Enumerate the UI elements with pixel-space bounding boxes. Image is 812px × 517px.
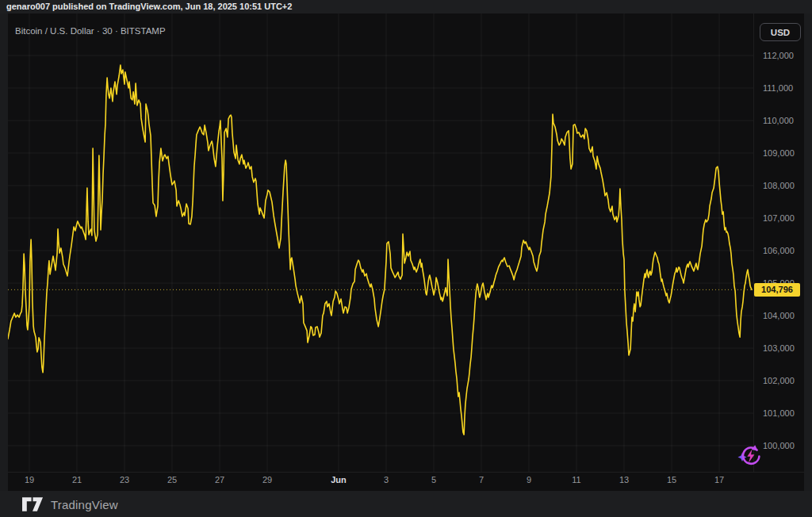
price-tick-label: 106,000: [763, 246, 795, 255]
time-tick-label: 3: [384, 475, 389, 484]
price-tick-label: 107,000: [763, 213, 795, 223]
published-chart-page: genaro007 published on TradingView.com, …: [0, 0, 812, 517]
price-tick-label: 100,000: [763, 441, 795, 450]
price-tick-label: 112,000: [763, 51, 794, 60]
time-tick-label: 21: [72, 475, 82, 484]
time-tick-label: 5: [431, 475, 436, 484]
price-tick-label: 102,000: [763, 376, 795, 385]
tradingview-brand: TradingView: [51, 498, 118, 511]
lightning-bolt-icon: [747, 450, 754, 463]
last-price-label[interactable]: 104,796: [754, 283, 800, 297]
price-tick-label: 109,000: [763, 148, 795, 158]
tradingview-logo-icon: [22, 497, 44, 511]
tradingview-logo[interactable]: TradingView: [22, 497, 118, 511]
time-tick-label: 29: [262, 475, 272, 484]
boost-icon[interactable]: [733, 440, 765, 472]
time-tick-label: 11: [572, 475, 580, 484]
price-tick-label: 108,000: [763, 181, 795, 190]
time-tick-label: 13: [619, 475, 629, 484]
price-tick-label: 104,000: [763, 311, 795, 320]
time-tick-label: 25: [167, 475, 177, 484]
time-tick-label: Jun: [331, 475, 347, 484]
publish-info-bar: genaro007 published on TradingView.com, …: [0, 0, 812, 13]
price-tick-label: 101,000: [763, 408, 795, 418]
time-tick-label: 19: [25, 475, 34, 484]
time-tick-label: 15: [667, 475, 676, 484]
time-tick-label: 23: [120, 475, 129, 484]
time-tick-label: 17: [714, 475, 724, 484]
price-tick-label: 111,000: [763, 83, 793, 93]
time-axis[interactable]: 192123252729Jun357911131517: [8, 472, 753, 491]
price-chart-canvas[interactable]: [0, 0, 812, 517]
currency-toggle-button[interactable]: USD: [760, 23, 801, 41]
publish-info-text: genaro007 published on TradingView.com, …: [6, 2, 292, 11]
time-tick-label: 7: [479, 475, 484, 484]
time-tick-label: 9: [527, 475, 531, 484]
price-tick-label: 103,000: [763, 343, 795, 353]
chart-title: Bitcoin / U.S. Dollar · 30 · BITSTAMP: [15, 26, 166, 36]
price-tick-label: 110,000: [763, 116, 794, 125]
time-tick-label: 27: [215, 475, 224, 484]
footer: [0, 491, 812, 517]
price-axis[interactable]: 112,000111,000110,000109,000108,000107,0…: [753, 13, 804, 472]
